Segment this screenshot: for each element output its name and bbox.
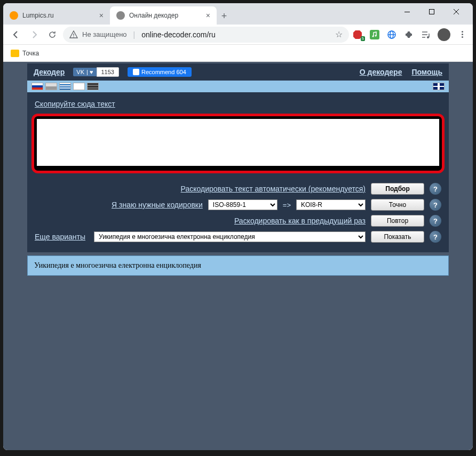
thumbs-up-icon (133, 69, 139, 75)
close-icon[interactable]: × (206, 11, 210, 20)
forward-button[interactable] (27, 27, 42, 42)
form-rows: Раскодировать текст автоматически (реком… (35, 181, 441, 245)
arrow-icon: => (283, 201, 291, 209)
row-label: Раскодировать текст автоматически (реком… (35, 185, 366, 193)
page-content: Декодер VK | ♥ 1153 Recommend 604 О деко… (3, 62, 473, 450)
titlebar: Lumpics.ru × Онлайн декодер × + (3, 3, 473, 25)
svg-rect-1 (430, 10, 434, 14)
svg-rect-7 (370, 30, 379, 39)
flag-grey-icon[interactable] (45, 83, 57, 90)
flag-il-icon[interactable] (73, 83, 85, 90)
extension-icons: 5 (352, 28, 467, 41)
url-text: online-decoder.com/ru (141, 30, 216, 39)
decode-exact-button[interactable]: Точно (371, 199, 424, 211)
decode-repeat-button[interactable]: Повтор (371, 215, 424, 227)
main-panel: Скопируйте сюда текст Раскодировать текс… (27, 92, 449, 252)
decode-auto-button[interactable]: Подбор (371, 183, 424, 195)
more-options-select[interactable]: Уикипедия е многоезична електронна енцик… (94, 231, 366, 242)
favicon-icon (10, 11, 18, 20)
svg-point-9 (375, 35, 377, 36)
help-link[interactable]: Помощь (411, 68, 442, 76)
toolbar: Не защищено | online-decoder.com/ru ☆ 5 (3, 25, 473, 45)
folder-icon (11, 50, 19, 57)
help-icon[interactable]: ? (430, 199, 441, 211)
textarea-highlight (31, 114, 445, 173)
row-more: Еще варианты Уикипедия е многоезична еле… (35, 229, 441, 245)
tabs: Lumpics.ru × Онлайн декодер × + (3, 6, 395, 25)
favicon-icon (116, 11, 125, 20)
playlist-icon[interactable] (421, 29, 431, 40)
maximize-button[interactable] (419, 3, 444, 20)
music-icon[interactable] (369, 29, 380, 40)
fb-label: Recommend 604 (141, 69, 186, 75)
flag-ru-icon[interactable] (31, 83, 43, 90)
back-button[interactable] (9, 27, 23, 42)
close-window-button[interactable] (444, 3, 469, 20)
to-encoding-select[interactable]: KOI8-R (296, 199, 366, 210)
menu-button[interactable] (457, 31, 467, 38)
close-icon[interactable]: × (99, 11, 104, 20)
security-text: Не защищено (82, 30, 127, 38)
tab-decoder[interactable]: Онлайн декодер × (110, 6, 217, 25)
svg-rect-0 (404, 12, 410, 12)
avatar[interactable] (438, 28, 450, 41)
extensions-icon[interactable] (403, 29, 414, 40)
vk-widget[interactable]: VK | ♥ 1153 (73, 67, 119, 77)
svg-point-5 (73, 36, 74, 37)
warning-icon (69, 30, 78, 39)
paste-label: Скопируйте сюда текст (29, 97, 121, 111)
adblock-icon[interactable]: 5 (352, 29, 363, 40)
address-separator: | (133, 30, 136, 39)
flag-dark-icon[interactable] (87, 83, 99, 90)
new-tab-button[interactable]: + (217, 9, 232, 23)
vk-icon: VK | ♥ (73, 68, 96, 76)
flag-gr-icon[interactable] (59, 83, 71, 90)
browser-window: Lumpics.ru × Онлайн декодер × + (3, 3, 473, 450)
help-icon[interactable]: ? (430, 215, 441, 227)
vk-count: 1153 (97, 67, 119, 77)
about-link[interactable]: О декодере (360, 68, 402, 76)
fb-recommend-button[interactable]: Recommend 604 (128, 67, 192, 77)
result-text: Уикипедия е многоезична електронна енцик… (34, 261, 201, 269)
tab-lumpics[interactable]: Lumpics.ru × (3, 6, 110, 25)
ext-badge: 5 (361, 36, 365, 41)
row-label: Я знаю нужные кодировки (35, 201, 203, 209)
row-label: Еще варианты (35, 233, 89, 241)
minimize-button[interactable] (395, 3, 419, 20)
reload-button[interactable] (45, 27, 60, 42)
input-textarea[interactable] (36, 118, 440, 167)
globe-icon[interactable] (386, 29, 397, 40)
bookmark-star-icon[interactable]: ☆ (335, 29, 343, 39)
language-flags (27, 81, 449, 92)
flag-uk-icon[interactable] (433, 83, 445, 90)
help-icon[interactable]: ? (430, 183, 441, 195)
bookmarks-bar: Точка (3, 45, 473, 62)
svg-point-8 (372, 35, 374, 37)
app-header: Декодер VK | ♥ 1153 Recommend 604 О деко… (27, 63, 449, 81)
row-known: Я знаю нужные кодировки ISO-8859-1 => KO… (35, 197, 441, 213)
tab-title: Онлайн декодер (129, 12, 178, 19)
row-auto: Раскодировать текст автоматически (реком… (35, 181, 441, 197)
address-bar[interactable]: Не защищено | online-decoder.com/ru ☆ (63, 27, 349, 43)
help-icon[interactable]: ? (430, 231, 441, 243)
tab-title: Lumpics.ru (22, 12, 54, 19)
from-encoding-select[interactable]: ISO-8859-1 (208, 199, 277, 210)
row-label: Раскодировать как в предыдущий раз (35, 217, 366, 225)
show-button[interactable]: Показать (371, 231, 424, 243)
bookmark-item[interactable]: Точка (22, 50, 39, 57)
result-box: Уикипедия е многоезична електронна енцик… (27, 255, 449, 276)
row-repeat: Раскодировать как в предыдущий раз Повто… (35, 213, 441, 229)
window-controls (395, 3, 469, 20)
app-title-link[interactable]: Декодер (34, 68, 65, 76)
